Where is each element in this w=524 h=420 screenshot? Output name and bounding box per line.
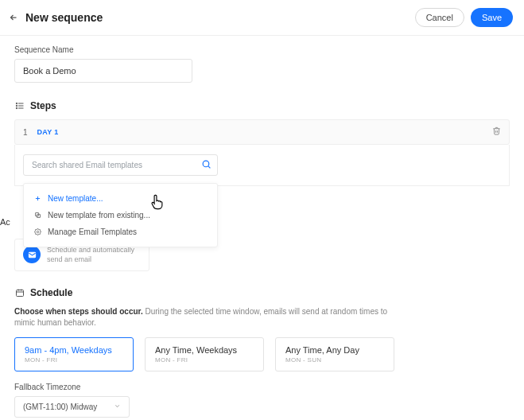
timezone-label: Fallback Timezone <box>14 383 510 391</box>
actions-heading: Ac <box>0 217 10 227</box>
svg-rect-14 <box>17 290 24 297</box>
step-header-bar: 1 DAY 1 <box>14 119 510 145</box>
steps-heading-label: Steps <box>30 100 56 111</box>
auto-email-desc: Schedule and automatically send an email <box>47 246 141 264</box>
manage-templates-item[interactable]: Manage Email Templates <box>24 224 217 240</box>
timezone-select[interactable]: (GMT-11:00) Midway <box>14 396 130 418</box>
new-template-item[interactable]: New template... <box>24 190 217 207</box>
schedule-option-3-sub: MON - SUN <box>285 356 384 364</box>
chevron-down-icon <box>114 402 121 411</box>
schedule-option-2-sub: MON - FRI <box>155 356 254 364</box>
calendar-icon <box>14 287 25 298</box>
schedule-option-1-sub: MON - FRI <box>25 356 123 364</box>
svg-point-5 <box>16 107 17 109</box>
schedule-option-1[interactable]: 9am - 4pm, Weekdays MON - FRI <box>14 337 134 371</box>
sequence-name-input[interactable] <box>14 59 192 83</box>
schedule-option-2[interactable]: Any Time, Weekdays MON - FRI <box>145 337 264 371</box>
svg-point-3 <box>16 103 17 104</box>
page-title: New sequence <box>25 11 103 24</box>
step-body: New template... New template from existi… <box>14 145 510 186</box>
main-content: Sequence Name Steps 1 DAY 1 <box>0 36 524 420</box>
new-from-existing-label: New template from existing... <box>48 211 150 220</box>
top-bar: New sequence Cancel Save <box>0 0 524 36</box>
gear-icon <box>33 228 42 236</box>
schedule-heading: Schedule <box>14 287 510 298</box>
sequence-name-label: Sequence Name <box>14 45 510 54</box>
svg-point-12 <box>37 231 38 232</box>
delete-step-icon[interactable] <box>492 126 501 138</box>
steps-icon <box>14 100 25 111</box>
copy-icon <box>33 211 42 220</box>
timezone-value: (GMT-11:00) Midway <box>23 402 97 411</box>
template-dropdown: New template... New template from existi… <box>23 183 218 247</box>
plus-icon <box>33 194 42 203</box>
template-search-input[interactable] <box>23 154 218 176</box>
step-number: 1 <box>23 128 28 137</box>
new-from-existing-item[interactable]: New template from existing... <box>24 207 217 224</box>
steps-heading: Steps <box>14 100 510 111</box>
step-day-label: DAY 1 <box>37 128 59 136</box>
schedule-option-1-title: 9am - 4pm, Weekdays <box>25 345 123 355</box>
new-template-label: New template... <box>48 194 103 203</box>
svg-point-4 <box>16 105 17 107</box>
schedule-heading-label: Schedule <box>30 287 72 298</box>
schedule-description: Choose when steps should occur. During t… <box>14 306 388 328</box>
mail-icon <box>23 246 41 263</box>
schedule-options: 9am - 4pm, Weekdays MON - FRI Any Time, … <box>14 337 510 371</box>
manage-templates-label: Manage Email Templates <box>48 228 137 236</box>
schedule-option-3-title: Any Time, Any Day <box>285 345 384 355</box>
back-arrow-icon[interactable] <box>8 12 19 23</box>
cancel-button-top[interactable]: Cancel <box>415 8 464 27</box>
schedule-option-3[interactable]: Any Time, Any Day MON - SUN <box>275 337 394 371</box>
schedule-option-2-title: Any Time, Weekdays <box>155 345 254 355</box>
save-button-top[interactable]: Save <box>471 8 513 27</box>
schedule-desc-bold: Choose when steps should occur. <box>14 307 143 316</box>
